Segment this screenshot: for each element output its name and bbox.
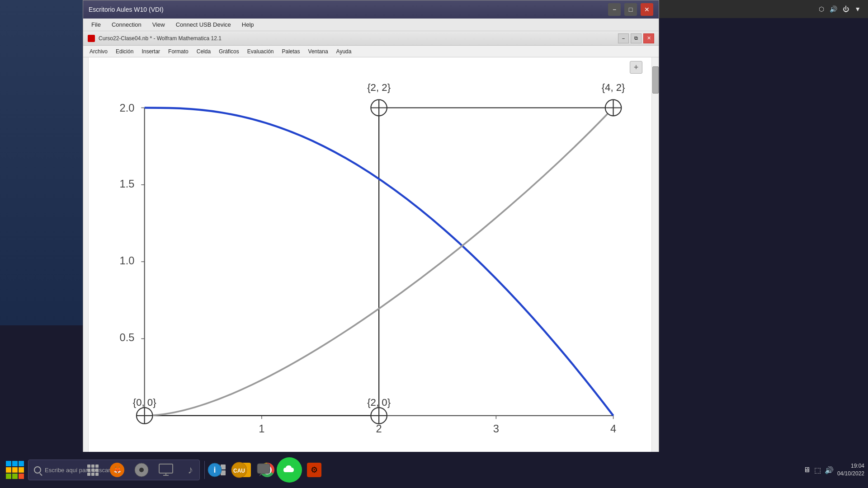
add-cell-button[interactable]: + [630,61,642,74]
dock-music-icon[interactable]: ♪ [179,459,202,481]
svg-rect-31 [257,464,270,474]
y-label-05: 0.5 [120,332,135,343]
label-00: {0, 0} [133,397,156,408]
svg-rect-16 [87,469,90,472]
math-close-button[interactable]: ✕ [643,33,654,43]
vmware-title-controls: − □ ✕ [608,3,653,16]
gear-icon-shape: ⚙ [307,463,321,477]
svg-marker-32 [259,474,263,476]
network-icon: ⬡ [819,5,824,13]
y-label-20: 2.0 [120,102,135,114]
math-menu-insertar[interactable]: Insertar [138,47,164,56]
network-tray-icon: 🖥 [803,466,811,474]
y-label-15: 1.5 [120,178,135,190]
x-label-4: 4 [610,423,616,435]
dock-grid-svg [86,464,99,476]
vmware-menu-file[interactable]: File [87,20,105,29]
vmware-window: Escritorio Aules W10 (VDI) − □ ✕ File Co… [83,0,659,488]
monitor-icon-svg [159,464,173,476]
vmware-maximize-button[interactable]: □ [624,3,637,16]
cloud-icon-svg [283,463,296,477]
usb-tray-icon: ⬚ [814,466,821,474]
vmware-close-button[interactable]: ✕ [641,3,653,16]
dock-grid-icon[interactable] [81,459,104,481]
vmware-minimize-button[interactable]: − [608,3,621,16]
x-label-3: 3 [493,423,499,435]
dock-firefox-icon[interactable]: 🦊 [106,459,128,481]
mathematica-chart[interactable]: 0.5 1.0 1.5 2.0 1 2 3 4 [98,75,633,461]
left-sidebar [83,57,89,470]
right-scrollbar[interactable] [651,57,659,470]
svg-text:CAU: CAU [233,468,245,474]
vmware-menu-connection[interactable]: Connection [107,20,146,29]
svg-rect-13 [87,465,90,468]
math-title-controls: − ⧉ ✕ [618,33,654,43]
math-menu-ayuda[interactable]: Ayuda [333,47,355,56]
dock-info-icon[interactable]: i [203,459,226,481]
vmware-window-title: Escritorio Aules W10 (VDI) [89,6,164,13]
math-restore-button[interactable]: ⧉ [631,33,642,43]
math-menu-bar: Archivo Edición Insertar Formato Celda G… [83,46,659,57]
math-minimize-button[interactable]: − [618,33,629,43]
y-label-10: 1.0 [120,255,135,267]
clock-date: 04/10/2022 [837,470,864,478]
scroll-thumb-vertical[interactable] [652,66,659,94]
clock-time: 19:04 [837,462,864,470]
vmware-menu-usb[interactable]: Connect USB Device [171,20,236,29]
svg-point-23 [139,468,144,472]
svg-rect-19 [87,473,90,476]
math-menu-formato[interactable]: Formato [165,47,192,56]
info-icon-svg: i [208,463,222,477]
math-menu-edicion[interactable]: Edición [112,47,137,56]
system-tray: 🖥 ⬚ 🔊 19:04 04/10/2022 [803,462,864,478]
math-menu-evaluacion[interactable]: Evaluación [244,47,278,56]
chat-icon-svg [256,463,271,477]
dock-monitor-icon[interactable] [155,459,177,481]
dock-firefox-shape: 🦊 [110,463,124,477]
windows-logo [6,461,24,479]
chart-container: 0.5 1.0 1.5 2.0 1 2 3 4 [98,75,633,461]
dock-disk-icon[interactable] [130,459,153,481]
windows-start-button[interactable] [4,459,26,481]
math-menu-ventana[interactable]: Ventana [305,47,332,56]
desktop-background [0,0,83,325]
label-22: {2, 2} [367,82,391,93]
vmware-menu-view[interactable]: View [148,20,170,29]
math-title-bar: Curso22-Clase04.nb * - Wolfram Mathemati… [83,31,659,46]
taskbar-gear-icon[interactable]: ⚙ [303,459,325,481]
svg-rect-14 [91,465,94,468]
cau-icon-svg: CAU [231,462,247,478]
math-title-left: Curso22-Clase04.nb * - Wolfram Mathemati… [88,35,222,42]
vmware-menu-help[interactable]: Help [237,20,259,29]
dock-greencloud-icon[interactable] [277,457,302,483]
dock-chat-icon[interactable] [252,459,275,481]
svg-rect-21 [95,473,99,476]
math-menu-archivo[interactable]: Archivo [86,47,111,56]
power-icon: ⏻ [843,5,849,13]
svg-rect-18 [95,469,99,472]
svg-text:i: i [213,465,216,474]
search-icon [34,466,41,474]
label-42: {4, 2} [602,82,625,93]
volume-icon: 🔊 [830,5,837,13]
svg-rect-17 [91,469,94,472]
vmware-title-bar: Escritorio Aules W10 (VDI) − □ ✕ [83,0,659,19]
math-menu-celda[interactable]: Celda [193,47,214,56]
volume-tray-icon: 🔊 [825,466,834,474]
math-menu-paletas[interactable]: Paletas [278,47,304,56]
x-label-1: 1 [259,423,264,435]
svg-rect-15 [95,465,99,468]
math-menu-graficos[interactable]: Gráficos [215,47,243,56]
svg-rect-20 [91,473,94,476]
music-note-icon: ♪ [188,464,193,476]
x-label-2: 2 [376,423,382,435]
mathematica-icon [88,35,95,42]
clock-display: 19:04 04/10/2022 [837,462,864,478]
svg-rect-24 [159,464,173,473]
math-content: + [83,57,659,470]
graph-area[interactable]: + [89,57,651,470]
dock-cau-icon[interactable]: CAU [228,459,250,481]
math-window-title: Curso22-Clase04.nb * - Wolfram Mathemati… [99,35,222,42]
menu-icon: ▼ [854,5,861,13]
mathematica-window: Curso22-Clase04.nb * - Wolfram Mathemati… [83,31,659,488]
